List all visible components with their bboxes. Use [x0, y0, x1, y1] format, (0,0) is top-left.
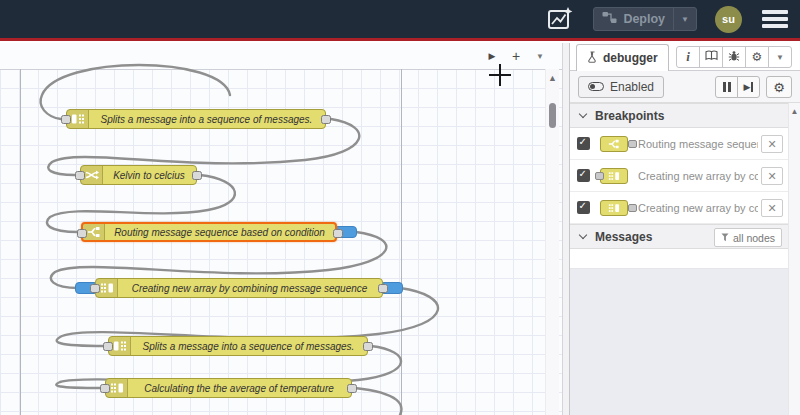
play-icon[interactable]: ▶ — [484, 48, 500, 64]
deploy-label: Deploy — [623, 12, 665, 26]
pause-icon — [723, 82, 731, 92]
funnel-icon — [721, 232, 729, 244]
remove-breakpoint-button[interactable]: ✕ — [761, 199, 783, 217]
debug-sidebar: debugger i — [570, 43, 800, 415]
scroll-up-icon[interactable]: ▲ — [789, 103, 800, 116]
canvas-scrollbar-thumb[interactable] — [549, 103, 556, 128]
output-port[interactable] — [321, 115, 331, 124]
chevron-down-icon: ▼ — [776, 53, 784, 62]
info-tab-button[interactable]: i — [676, 46, 700, 68]
message-filter-button[interactable]: all nodes — [714, 228, 782, 247]
flow-canvas[interactable]: Splits a message into a sequence of mess… — [0, 43, 562, 415]
chevron-down-icon — [579, 231, 587, 239]
join-node-icon — [596, 199, 636, 217]
input-port[interactable] — [100, 384, 110, 393]
enabled-label: Enabled — [610, 80, 654, 94]
toggle-icon — [588, 82, 604, 91]
settings-tab-button[interactable]: ⚙ — [745, 46, 769, 68]
scroll-up-icon[interactable]: ▲ — [546, 69, 559, 83]
output-port[interactable] — [347, 384, 357, 393]
filter-label: all nodes — [733, 232, 775, 244]
input-port[interactable] — [103, 342, 113, 351]
breakpoint-row: Creating new array by combini ✕ — [570, 160, 788, 192]
plus-icon[interactable]: + — [508, 48, 524, 64]
pause-button[interactable] — [715, 76, 738, 98]
breakpoint-row: Routing message sequence ba ✕ — [570, 128, 788, 160]
input-port[interactable] — [90, 284, 100, 293]
input-port[interactable] — [61, 115, 71, 124]
output-port[interactable] — [363, 342, 373, 351]
messages-section-header[interactable]: Messages all nodes — [570, 224, 788, 249]
messages-title: Messages — [595, 230, 652, 244]
node-label: Routing message sequence based on condit… — [106, 224, 333, 240]
right-port-icon — [628, 140, 637, 148]
input-port[interactable] — [77, 229, 87, 238]
join-node-icon — [596, 167, 636, 185]
sidebar-background — [570, 269, 788, 415]
breakpoint-checkbox[interactable] — [577, 169, 590, 182]
message-list-empty — [570, 250, 788, 269]
flow-node[interactable]: Routing message sequence based on condit… — [81, 222, 337, 242]
flow-node[interactable]: Splits a message into a sequence of mess… — [108, 336, 368, 356]
output-port[interactable] — [192, 171, 202, 180]
remove-breakpoint-button[interactable]: ✕ — [761, 167, 783, 185]
flow-node[interactable]: Kelvin to celcius — [80, 165, 197, 185]
breakpoint-label: Creating new array by combini — [638, 160, 758, 192]
deploy-node-icon — [602, 11, 617, 27]
flow-node[interactable]: Calculating the the average of temperatu… — [105, 378, 352, 398]
remove-breakpoint-button[interactable]: ✕ — [761, 135, 783, 153]
input-port[interactable] — [75, 171, 85, 180]
header-bar: Deploy ▼ su — [0, 0, 800, 41]
node-label: Splits a message into a sequence of mess… — [132, 337, 365, 355]
debug-tab-button[interactable] — [722, 46, 746, 68]
chevron-down-icon[interactable]: ▼ — [532, 48, 548, 64]
hamburger-icon — [762, 10, 788, 14]
deploy-options-caret[interactable]: ▼ — [673, 8, 696, 30]
sidebar-splitter[interactable] — [562, 43, 570, 415]
left-port-icon — [595, 172, 604, 180]
sidebar-tabbar: debugger i — [570, 43, 800, 71]
export-chart-icon[interactable] — [545, 6, 575, 32]
sidebar-scrollbar[interactable]: ▲ — [788, 103, 800, 415]
sidebar-more-tabs-button[interactable]: ▼ — [768, 46, 792, 68]
flask-icon — [587, 51, 598, 66]
help-tab-button[interactable] — [699, 46, 723, 68]
node-label: Kelvin to celcius — [104, 166, 194, 184]
node-label: Calculating the the average of temperatu… — [129, 379, 349, 397]
flow-node[interactable]: Splits a message into a sequence of mess… — [66, 109, 326, 129]
breakpoint-checkbox[interactable] — [577, 201, 590, 214]
canvas-scrollbar[interactable]: ▲ — [545, 69, 559, 415]
book-icon — [705, 50, 718, 64]
output-port[interactable] — [333, 229, 343, 238]
node-label: Creating new array by combining message … — [119, 279, 380, 297]
wire[interactable] — [355, 388, 401, 415]
breakpoint-label: Creating new array by combini — [638, 192, 758, 224]
gear-icon: ⚙ — [773, 80, 785, 95]
main-menu-button[interactable] — [760, 6, 790, 32]
step-button[interactable]: ▶ — [737, 76, 760, 98]
tab-debugger[interactable]: debugger — [576, 44, 669, 71]
step-over-icon: ▶ — [744, 82, 754, 92]
switch-node-icon — [596, 135, 636, 153]
breakpoints-title: Breakpoints — [595, 109, 664, 123]
gear-icon: ⚙ — [752, 50, 763, 64]
debugger-settings-button[interactable]: ⚙ — [766, 76, 792, 98]
breakpoint-checkbox[interactable] — [577, 137, 590, 150]
node-label: Splits a message into a sequence of mess… — [90, 110, 323, 128]
node-red-window: Deploy ▼ su Splits a message into a sequ… — [0, 0, 800, 415]
breakpoint-label: Routing message sequence ba — [638, 128, 758, 160]
tab-debugger-label: debugger — [603, 51, 658, 65]
chevron-down-icon — [579, 110, 587, 118]
info-icon: i — [686, 49, 690, 65]
enabled-toggle-button[interactable]: Enabled — [578, 76, 664, 98]
right-port-icon — [628, 204, 637, 212]
workspace-tab-toolbar: ▶ + ▼ — [484, 48, 548, 64]
debugger-toolbar: Enabled ▶ ⚙ — [570, 71, 800, 103]
output-port[interactable] — [378, 284, 388, 293]
bug-icon — [728, 50, 740, 65]
flow-node[interactable]: Creating new array by combining message … — [95, 278, 383, 298]
breakpoint-row: Creating new array by combini ✕ — [570, 192, 788, 224]
breakpoints-section-header[interactable]: Breakpoints — [570, 103, 788, 128]
deploy-button[interactable]: Deploy ▼ — [593, 7, 697, 31]
user-avatar[interactable]: su — [715, 6, 742, 33]
